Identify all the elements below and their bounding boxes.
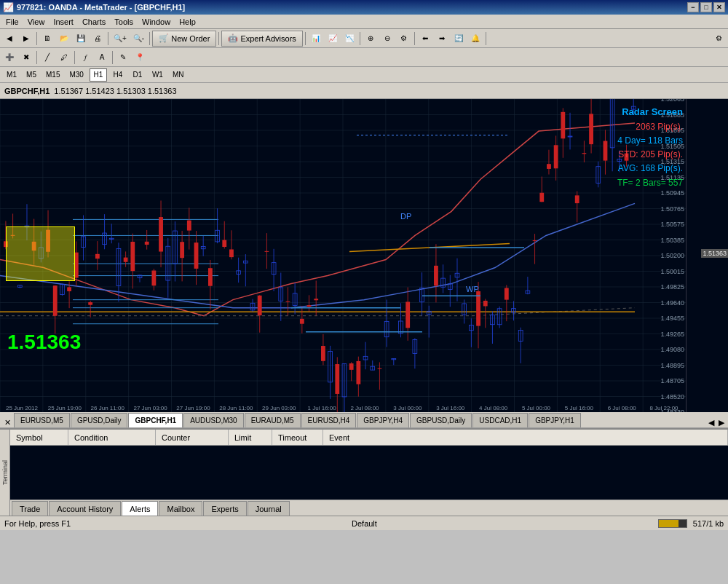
menu-view[interactable]: View (23, 16, 50, 28)
sep2 (108, 32, 108, 45)
terminal-area: Terminal Symbol Condition Counter Limit … (0, 428, 728, 516)
current-price-tag: 1.51363 (701, 249, 728, 258)
menu-insert[interactable]: Insert (49, 16, 78, 28)
chart-container[interactable]: 1.51363 Radar Screen 2063 Pip(s). 4 Day=… (0, 99, 686, 412)
tf-d1[interactable]: D1 (129, 68, 146, 82)
ea-label: Expert Advisors (240, 34, 296, 43)
tb-draw-cross[interactable]: ✖ (18, 50, 34, 66)
tb-draw-arrow[interactable]: ✎ (115, 50, 131, 66)
tb-chart-line[interactable]: 📉 (341, 31, 357, 47)
menu-file[interactable]: File (1, 16, 23, 28)
tf-m15[interactable]: M15 (42, 68, 63, 82)
ea-icon: 🤖 (228, 33, 238, 43)
chart-tab-close[interactable]: ✕ (1, 418, 14, 427)
sep5 (305, 32, 306, 45)
tb-properties[interactable]: ⚙ (396, 31, 412, 47)
chart-tab-gbpjpy-h4[interactable]: GBPJPY,H4 (357, 413, 409, 427)
tb-zoom-out2[interactable]: ⊖ (379, 31, 395, 47)
tb-chart-candle[interactable]: 📈 (325, 31, 341, 47)
sep4 (218, 32, 219, 45)
tb-refresh[interactable]: 🔄 (451, 31, 467, 47)
tb-scroll-right[interactable]: ➡ (434, 31, 450, 47)
default-text: Default (76, 519, 652, 528)
tb-zoom-out[interactable]: 🔍- (130, 31, 147, 47)
tf-mn[interactable]: MN (169, 68, 188, 82)
terminal-label: Terminal (1, 460, 9, 485)
radar-line5: TF= 2 Bars= 557 (617, 176, 683, 190)
chart-tab-audusd-m30[interactable]: AUDUSD,M30 (183, 413, 243, 427)
menu-charts[interactable]: Charts (78, 16, 110, 28)
menu-window[interactable]: Window (138, 16, 175, 28)
tb-print[interactable]: 🖨 (90, 31, 106, 47)
tb-back[interactable]: ◀ (1, 31, 17, 47)
tf-m1[interactable]: M1 (3, 68, 20, 82)
chart-tab-eurusd-h4[interactable]: EURUSD,H4 (301, 413, 357, 427)
chart-tabs: ✕ EURUSD,M5 GPUSD,Daily GBPCHF,H1 AUDUSD… (0, 412, 728, 428)
chart-tab-gbpusd-daily[interactable]: GBPUSD,Daily (410, 413, 472, 427)
terminal-tab-alerts[interactable]: Alerts (122, 501, 158, 516)
chart-tab-usdcad-h1[interactable]: USDCAD,H1 (472, 413, 528, 427)
tf-h4[interactable]: H4 (109, 68, 127, 82)
tb-open[interactable]: 📂 (56, 31, 72, 47)
sep8 (486, 32, 486, 45)
tb-draw-fib[interactable]: 𝑓 (77, 50, 93, 66)
app-icon: 📈 (3, 2, 14, 12)
col-condition: Condition (68, 430, 156, 445)
terminal-tab-account[interactable]: Account History (49, 501, 121, 516)
tab-scroll-right[interactable]: ▶ (716, 418, 727, 427)
tb-draw-text[interactable]: A (94, 50, 110, 66)
maximize-button[interactable]: □ (700, 2, 712, 12)
tb-draw-pin[interactable]: 📍 (132, 50, 148, 66)
status-right: 517/1 kb (658, 518, 724, 528)
tb-scroll-left[interactable]: ⬅ (417, 31, 433, 47)
tf-w1[interactable]: W1 (149, 68, 167, 82)
tb-save[interactable]: 💾 (73, 31, 89, 47)
sep7 (414, 32, 415, 45)
menu-help[interactable]: Help (175, 16, 200, 28)
tb-zoom-in2[interactable]: ⊕ (363, 31, 379, 47)
current-price-large: 1.51363 (7, 331, 81, 354)
terminal-content (10, 446, 728, 500)
toolbar-1: ◀ ▶ 🗎 📂 💾 🖨 🔍+ 🔍- 🛒 New Order 🤖 Expert A… (0, 29, 728, 48)
expert-advisors-button[interactable]: 🤖 Expert Advisors (221, 31, 302, 47)
terminal-tab-experts[interactable]: Experts (203, 501, 246, 516)
help-text: For Help, press F1 (4, 519, 71, 528)
col-symbol: Symbol (10, 430, 68, 445)
terminal-tab-journal[interactable]: Journal (248, 501, 290, 516)
memory-indicator (658, 518, 687, 528)
chart-tab-euraud-m5[interactable]: EURAUD,M5 (245, 413, 301, 427)
minimize-button[interactable]: − (687, 2, 699, 12)
tb-draw-crosshair[interactable]: ➕ (1, 50, 17, 66)
col-counter: Counter (156, 430, 229, 445)
tb-new-chart[interactable]: 🗎 (39, 31, 55, 47)
radar-line3: STD: 205 Pip(s). (617, 148, 683, 162)
menu-tools[interactable]: Tools (110, 16, 138, 28)
tab-scroll-left[interactable]: ◀ (706, 418, 716, 427)
chart-tab-gbpjpy-h1[interactable]: GBPJPY,H1 (529, 413, 581, 427)
terminal-tab-trade[interactable]: Trade (12, 501, 48, 516)
chart-tab-gpusd-daily[interactable]: GPUSD,Daily (71, 413, 128, 427)
chart-row: 1.51363 Radar Screen 2063 Pip(s). 4 Day=… (0, 99, 728, 412)
tf-m30[interactable]: M30 (66, 68, 87, 82)
terminal-tabs: Trade Account History Alerts Mailbox Exp… (10, 500, 728, 516)
terminal-tab-mailbox[interactable]: Mailbox (159, 501, 202, 516)
sep3 (149, 32, 150, 45)
tb-options[interactable]: ⚙ (711, 31, 727, 47)
sep6 (360, 32, 360, 45)
chart-tab-gbpchf-h1[interactable]: GBPCHF,H1 (128, 413, 183, 427)
tb-alert[interactable]: 🔔 (467, 31, 483, 47)
new-order-button[interactable]: 🛒 New Order (152, 31, 216, 47)
window-title: 977821: OANDA - MetaTrader - [GBPCHF,H1] (17, 3, 687, 12)
col-event: Event (323, 430, 728, 445)
tb-draw-line[interactable]: ╱ (39, 50, 55, 66)
tf-m5[interactable]: M5 (23, 68, 40, 82)
yellow-highlight-box (6, 226, 75, 281)
tf-h1[interactable]: H1 (90, 68, 107, 82)
tb-fwd[interactable]: ▶ (18, 31, 34, 47)
close-button[interactable]: ✕ (713, 2, 725, 12)
chart-tab-eurusd-m5[interactable]: EURUSD,M5 (14, 413, 70, 427)
terminal-toggle[interactable]: Terminal (0, 430, 10, 516)
tb-chart-bar[interactable]: 📊 (308, 31, 324, 47)
tb-draw-pen[interactable]: 🖊 (56, 50, 72, 66)
tb-zoom-in[interactable]: 🔍+ (111, 31, 130, 47)
